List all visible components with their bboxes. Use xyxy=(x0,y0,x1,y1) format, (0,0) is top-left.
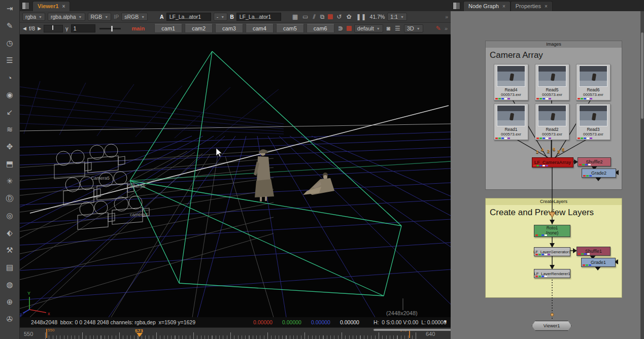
tab-close-icon[interactable]: × xyxy=(502,4,505,9)
3d-icon[interactable]: ⬒ xyxy=(0,155,19,173)
node-lf-layer-generator[interactable]: LF_LayerGenerator1 xyxy=(534,247,570,256)
record-icon[interactable] xyxy=(347,26,352,31)
zoom-level[interactable]: 41.7% xyxy=(370,14,385,20)
timeline-start-label: 550 xyxy=(24,331,33,337)
node-graph-scrollbar[interactable] xyxy=(640,11,644,339)
cam3-button[interactable]: cam3 xyxy=(215,24,243,33)
node-read4[interactable]: Read4 000573.exr xyxy=(494,64,528,100)
transform-icon[interactable]: ✥ xyxy=(0,138,19,155)
time-icon[interactable]: ◷ xyxy=(0,35,19,52)
more-tools-icon[interactable]: » xyxy=(445,14,448,20)
channel-chips-icon xyxy=(535,254,550,255)
timeline[interactable]: 550 550 640 573 640 xyxy=(20,327,451,339)
node-file-label: 000573.exr xyxy=(494,132,528,137)
node-grade1[interactable]: Grade1 xyxy=(581,258,616,267)
node-graph-canvas[interactable]: Images Camera Array CreateLayers Create … xyxy=(451,11,644,339)
filter-icon[interactable]: ◉ xyxy=(0,86,19,104)
alpha-channel-dropdown[interactable]: rgba.alpha▼ xyxy=(48,13,85,21)
timeline-ruler[interactable]: 550 640 573 xyxy=(45,328,417,339)
proxy-dropdown[interactable]: 1:1▼ xyxy=(387,13,407,21)
node-shuffle1[interactable]: Shuffle1 xyxy=(577,247,611,256)
timeline-in-marker[interactable]: 550 xyxy=(46,329,47,338)
node-viewer1[interactable]: Viewer1 xyxy=(532,321,571,331)
deep-icon[interactable]: Ⓓ xyxy=(0,190,19,207)
gamma-field[interactable]: 1 xyxy=(71,24,95,32)
node-read3[interactable]: Read3 000573.exr xyxy=(576,104,611,140)
gain-slider[interactable] xyxy=(44,25,63,32)
refresh-icon[interactable]: ↺ xyxy=(335,13,343,20)
node-roto1[interactable]: Roto1 (none) xyxy=(534,225,570,237)
node-read6[interactable]: Read6 000573.exr xyxy=(576,64,611,100)
pixel-a-value: 0.00000 xyxy=(340,319,359,325)
tab-viewer1[interactable]: Viewer1 × xyxy=(32,1,70,11)
more-tools-icon[interactable]: » xyxy=(445,25,448,31)
ab-blend-dropdown[interactable]: -▼ xyxy=(214,13,227,21)
views-icon[interactable]: ◎ xyxy=(0,207,19,224)
stereo-mode-dropdown[interactable]: default▼ xyxy=(354,24,383,32)
viewport-3d[interactable]: Camera5 camera6 camera3 xyxy=(20,35,451,317)
overlay-icon[interactable]: ⧉ xyxy=(319,13,326,20)
ocula-icon[interactable]: ⊕ xyxy=(0,293,19,311)
tab-node-graph[interactable]: Node Graph × xyxy=(463,1,511,11)
annotate-pencil-icon[interactable]: ✎ xyxy=(435,25,442,32)
pause-icon[interactable]: ❚❚ xyxy=(355,13,367,20)
cam2-button[interactable]: cam2 xyxy=(185,24,213,33)
input-process-toggle[interactable]: IP xyxy=(114,14,119,20)
panel-grip-icon[interactable] xyxy=(22,2,29,10)
node-read2[interactable]: Read2 000573.exr xyxy=(535,104,569,140)
cam1-button[interactable]: cam1 xyxy=(154,24,182,33)
display-channels-dropdown[interactable]: RGB▼ xyxy=(88,13,112,21)
cam4-button[interactable]: cam4 xyxy=(246,24,274,33)
draw-icon[interactable]: ✎ xyxy=(0,17,19,35)
tab-close-icon[interactable]: × xyxy=(62,4,65,9)
b-input-selector[interactable]: LF_La...ator1 xyxy=(236,13,281,21)
gate-display-icon[interactable]: ▭ xyxy=(301,13,309,20)
node-grade2[interactable]: Grade2 xyxy=(582,168,616,178)
cam5-button[interactable]: cam5 xyxy=(276,24,304,33)
keyer-icon[interactable]: ↙ xyxy=(0,104,19,121)
channels-dropdown[interactable]: rgba▼ xyxy=(22,13,45,21)
a-input-selector[interactable]: LF_La...ator1 xyxy=(166,13,211,21)
tab-close-icon[interactable]: × xyxy=(545,4,548,9)
view-dimension-dropdown[interactable]: 3D▼ xyxy=(404,24,423,32)
channel-icon[interactable]: ☰ xyxy=(0,52,19,69)
wipe-icon[interactable]: ⫽ xyxy=(312,13,316,20)
status-expand-icon[interactable]: ▼ xyxy=(443,319,448,324)
prev-arrow-icon[interactable]: ◀ xyxy=(23,26,26,31)
fstop-label[interactable]: f/8 xyxy=(29,25,35,31)
next-arrow-icon[interactable]: ▶ xyxy=(38,26,41,31)
other-icon[interactable]: ▤ xyxy=(0,259,19,276)
viewer-lut-dropdown[interactable]: sRGB▼ xyxy=(121,13,148,21)
particles-icon[interactable]: ✳ xyxy=(0,173,19,190)
image-icon[interactable]: ⇥ xyxy=(0,0,19,17)
cara-vr-icon[interactable]: ✇ xyxy=(0,311,19,328)
roi-icon[interactable] xyxy=(328,14,333,19)
color-icon[interactable]: ◔ xyxy=(0,69,19,86)
layer-list-icon[interactable]: ☰ xyxy=(394,25,401,32)
toolsets-icon[interactable]: ⚒ xyxy=(0,242,19,259)
node-label: Read3 xyxy=(577,127,610,132)
cam6-button[interactable]: cam6 xyxy=(307,24,334,33)
panel-grip-icon[interactable] xyxy=(453,2,460,10)
update-icon[interactable]: ✿ xyxy=(345,13,352,20)
timeline-scroll-indicator[interactable] xyxy=(374,329,455,331)
merge-icon[interactable]: ≋ xyxy=(0,121,19,138)
view-main-button[interactable]: main xyxy=(125,24,152,32)
tab-properties[interactable]: Properties × xyxy=(511,1,553,11)
sitting-figure[interactable] xyxy=(303,173,334,195)
node-lf-camera-array[interactable]: LF_CameraArray xyxy=(532,157,573,167)
stereo-cameras-icon[interactable]: ◙ xyxy=(386,25,391,32)
scrollbar-thumb[interactable] xyxy=(641,32,643,119)
channel-chips-icon xyxy=(495,138,510,139)
standing-figure[interactable] xyxy=(254,149,274,201)
monitor-output-icon[interactable]: ▦ xyxy=(291,13,299,20)
node-lf-layer-renderer[interactable]: LF_LayerRenderer1 xyxy=(534,269,570,278)
furnace-icon[interactable]: ◍ xyxy=(0,276,19,293)
lock-view-icon[interactable]: ⋑ xyxy=(337,25,344,32)
metadata-icon[interactable]: ⬖ xyxy=(0,224,19,242)
node-shuffle2[interactable]: Shuffle2 xyxy=(578,157,611,166)
node-read1[interactable]: Read1 000573.exr xyxy=(494,104,528,140)
gamma-slider[interactable] xyxy=(99,28,121,29)
timeline-playhead[interactable]: 573 xyxy=(139,328,140,339)
node-read5[interactable]: Read5 000573.exr xyxy=(535,64,569,100)
